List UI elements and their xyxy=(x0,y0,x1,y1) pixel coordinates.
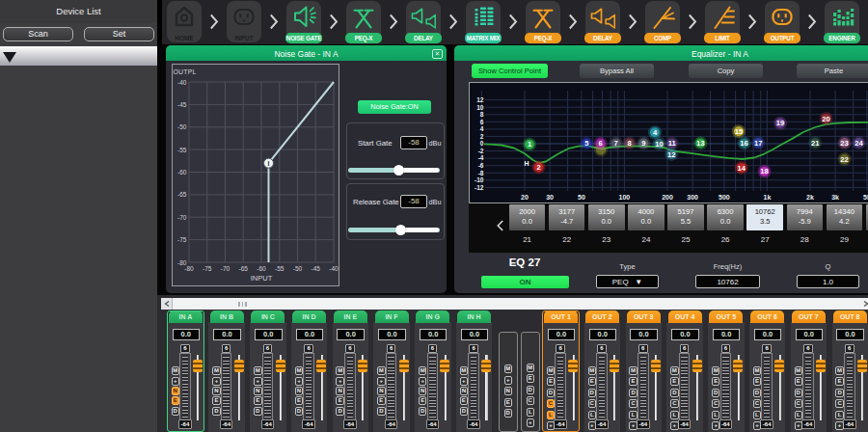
svg-text:-55: -55 xyxy=(275,265,285,272)
svg-text:INPUT: INPUT xyxy=(251,274,273,283)
svg-text:20: 20 xyxy=(822,115,829,123)
svg-text:30: 30 xyxy=(546,194,554,201)
svg-text:10: 10 xyxy=(655,140,663,148)
svg-text:0: 0 xyxy=(480,140,484,147)
svg-text:-50: -50 xyxy=(177,123,187,130)
svg-text:-12: -12 xyxy=(475,184,484,191)
svg-text:300: 300 xyxy=(687,194,698,201)
svg-text:1k: 1k xyxy=(764,194,772,201)
svg-text:2: 2 xyxy=(480,133,484,140)
svg-text:-8: -8 xyxy=(478,170,484,176)
svg-text:i: i xyxy=(268,160,270,167)
svg-text:18: 18 xyxy=(760,167,768,176)
svg-text:-45: -45 xyxy=(311,265,320,272)
svg-text:2k: 2k xyxy=(806,194,814,201)
svg-text:-70: -70 xyxy=(177,214,187,221)
svg-text:100: 100 xyxy=(619,194,631,201)
svg-text:22: 22 xyxy=(840,155,848,164)
svg-text:24: 24 xyxy=(854,139,863,148)
svg-text:-60: -60 xyxy=(257,265,266,272)
svg-text:16: 16 xyxy=(740,139,747,148)
svg-text:-80: -80 xyxy=(184,265,194,272)
svg-text:500: 500 xyxy=(719,194,730,201)
svg-text:7: 7 xyxy=(614,139,618,148)
svg-text:10: 10 xyxy=(476,104,484,111)
svg-text:21: 21 xyxy=(811,139,820,148)
svg-text:-50: -50 xyxy=(293,265,303,272)
svg-text:H: H xyxy=(524,160,529,167)
svg-text:-75: -75 xyxy=(177,236,187,243)
svg-text:-75: -75 xyxy=(203,265,212,272)
svg-text:-45: -45 xyxy=(177,101,187,108)
svg-text:5k: 5k xyxy=(863,194,868,201)
svg-text:17: 17 xyxy=(754,139,762,148)
svg-text:-10: -10 xyxy=(475,176,484,183)
svg-text:13: 13 xyxy=(696,139,704,148)
svg-text:23: 23 xyxy=(840,139,848,148)
svg-text:-40: -40 xyxy=(177,79,187,86)
svg-text:6: 6 xyxy=(480,119,484,125)
svg-text:3k: 3k xyxy=(831,194,839,201)
svg-text:-2: -2 xyxy=(478,148,484,154)
svg-text:-55: -55 xyxy=(177,147,187,153)
svg-text:200: 200 xyxy=(662,194,673,201)
svg-text:-70: -70 xyxy=(221,265,231,272)
svg-text:-65: -65 xyxy=(177,191,187,198)
svg-text:-60: -60 xyxy=(177,169,187,176)
svg-text:12: 12 xyxy=(476,96,484,103)
svg-text:20: 20 xyxy=(521,194,529,201)
svg-text:-6: -6 xyxy=(478,162,484,169)
svg-text:50: 50 xyxy=(578,194,585,201)
svg-text:11: 11 xyxy=(668,139,677,148)
svg-text:14: 14 xyxy=(738,164,746,173)
svg-text:8: 8 xyxy=(480,111,484,118)
svg-text:-65: -65 xyxy=(238,265,248,272)
svg-text:12: 12 xyxy=(667,150,675,159)
svg-text:-40: -40 xyxy=(329,265,339,272)
svg-text:4: 4 xyxy=(480,125,484,132)
svg-text:9: 9 xyxy=(641,139,645,148)
svg-text:2: 2 xyxy=(536,163,540,172)
svg-text:19: 19 xyxy=(776,119,784,127)
svg-text:8: 8 xyxy=(627,139,631,148)
svg-text:-4: -4 xyxy=(478,154,484,161)
svg-text:6: 6 xyxy=(598,139,602,148)
svg-text:15: 15 xyxy=(735,127,744,136)
